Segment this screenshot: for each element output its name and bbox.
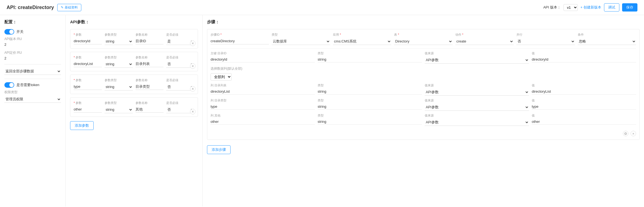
row-directoryList-value-value: directoryList: [532, 89, 636, 95]
step-header: 步骤ID * 类型 云数据库 应用 * cms:CMS系统 表 *: [211, 33, 636, 45]
param-alias-input-1[interactable]: [136, 38, 164, 44]
api-version-label: API版本:RU: [4, 37, 61, 41]
step-condition-field: 条件 忽略: [578, 33, 636, 45]
col-required-label-3: 是否必须: [166, 78, 194, 82]
add-param-button[interactable]: 添加参数: [70, 121, 94, 130]
divider: [4, 64, 61, 64]
param-type-select-2[interactable]: string: [105, 61, 133, 68]
steps-panel: 步骤： 步骤ID * 类型 云数据库 应用 * cms:CMS系统: [203, 15, 644, 206]
return-steps-select[interactable]: 返回全部步骤数据: [4, 68, 61, 75]
step-action-field: 动作 * create: [455, 33, 514, 45]
permission-item: 权限类型 管理员权限: [4, 90, 61, 103]
header: API: createDirectory ✎ 基础资料 API 版本： v1 +…: [0, 0, 644, 15]
add-step-button[interactable]: 添加步骤: [207, 145, 231, 154]
param-alias-input-2[interactable]: [136, 61, 164, 67]
create-version-link[interactable]: + 创建新版本: [580, 5, 601, 10]
param-alias-input-3[interactable]: [136, 83, 164, 90]
step-concurrent-field: 并行 否 是: [516, 33, 575, 45]
step-condition-label: 条件: [578, 33, 636, 37]
remove-param-2-button[interactable]: ×: [190, 63, 196, 69]
param-alias-input-4[interactable]: [136, 106, 164, 113]
divider2: [4, 79, 61, 79]
debug-button[interactable]: 调试: [604, 3, 619, 12]
step-settings-icon[interactable]: ⚙: [623, 131, 628, 136]
row-directoryList-source-label: 值来源: [425, 83, 529, 87]
remove-param-4-button[interactable]: ×: [190, 109, 196, 114]
remove-param-3-button[interactable]: ×: [190, 86, 196, 92]
step-type-select[interactable]: 云数据库: [272, 38, 330, 45]
param-field-name-2: * 参数: [74, 55, 102, 67]
step-main-key-field: 主键 目录ID directoryId: [211, 51, 315, 63]
col-param-label-4: * 参数: [74, 101, 102, 105]
step-table-select[interactable]: Directory: [394, 38, 452, 45]
col-type-label-1: 参数类型: [105, 33, 133, 37]
step-id-input[interactable]: [211, 38, 269, 44]
col-param-label-1: * 参数: [74, 33, 102, 37]
save-button[interactable]: 保存: [622, 3, 637, 12]
row-type-source-select[interactable]: API参数: [425, 104, 529, 111]
row-directoryList-type-field: 类型 string: [318, 83, 422, 95]
param-type-select-3[interactable]: string: [105, 83, 133, 90]
param-group-4: * 参数 参数类型 string 参数名称 是否必须 否: [70, 97, 198, 117]
step-condition-select[interactable]: 忽略: [578, 38, 636, 45]
main-source-select[interactable]: API参数: [425, 56, 529, 64]
param-field-type-3: 参数类型 string: [105, 78, 133, 90]
step-remove-icon[interactable]: ×: [631, 131, 636, 136]
query-rows-select[interactable]: 全部列: [211, 73, 232, 81]
step-type-field: 类型 云数据库: [272, 33, 330, 45]
main-key-label: 主键 目录ID: [211, 51, 315, 55]
param-row-4: * 参数 参数类型 string 参数名称 是否必须 否: [74, 101, 194, 113]
row-other-key-label: 列 其他: [211, 114, 315, 118]
param-field-type-2: 参数类型 string: [105, 55, 133, 68]
row-directoryList-source-select[interactable]: API参数: [425, 89, 529, 96]
param-type-select-4[interactable]: string: [105, 106, 133, 113]
version-select[interactable]: v1: [564, 4, 578, 11]
param-field-name-4: * 参数: [74, 101, 102, 113]
param-type-select-1[interactable]: string: [105, 38, 133, 45]
header-left: API: createDirectory ✎ 基础资料: [7, 4, 81, 11]
switch-label: 开关: [16, 29, 24, 34]
row-other-source-select[interactable]: API参数: [425, 119, 529, 126]
param-row-2: * 参数 参数类型 string 参数名称 是否必须 否: [74, 55, 194, 68]
col-alias-label-1: 参数名称: [136, 33, 164, 37]
row-other-source-field: 值来源 API参数: [425, 114, 529, 126]
step-main-type-field: 类型 string: [318, 51, 422, 63]
row-other-type-field: 类型 string: [318, 114, 422, 125]
basic-info-button[interactable]: ✎ 基础资料: [57, 4, 81, 11]
param-name-input-1[interactable]: [74, 38, 102, 44]
col-required-label-2: 是否必须: [166, 55, 194, 59]
edit-icon: ✎: [61, 5, 64, 9]
step-table-label: 表 *: [394, 33, 452, 37]
row-type-type-label: 类型: [318, 98, 422, 103]
param-field-type-4: 参数类型 string: [105, 101, 133, 113]
col-required-label-1: 是否必须: [166, 33, 194, 37]
row-directoryList-type-label: 类型: [318, 83, 422, 87]
permission-select[interactable]: 管理员权限: [4, 96, 61, 103]
step-concurrent-select[interactable]: 否 是: [516, 38, 575, 45]
col-type-label-4: 参数类型: [105, 101, 133, 105]
row-directoryList-key-label: 列 目录列表: [211, 83, 315, 87]
step-action-label: 动作 *: [455, 33, 514, 37]
token-toggle[interactable]: [4, 82, 14, 88]
step-action-select[interactable]: create: [455, 38, 514, 45]
step-app-select[interactable]: cms:CMS系统: [333, 38, 391, 45]
col-param-label-2: * 参数: [74, 55, 102, 59]
permission-label: 权限类型: [4, 90, 61, 95]
api-version-item: API版本:RU 2: [4, 37, 61, 47]
row-type-value-label: 值: [532, 98, 636, 103]
param-name-input-2[interactable]: [74, 61, 102, 67]
switch-row: 开关: [4, 29, 61, 35]
param-name-input-3[interactable]: [74, 83, 102, 90]
param-name-input-4[interactable]: [74, 106, 102, 113]
step-main-key-row: 主键 目录ID directoryId 类型 string 值来源 API参数: [211, 51, 636, 64]
param-row-3: * 参数 参数类型 string 参数名称 是否必须 否: [74, 78, 194, 90]
step-params: 主键 目录ID directoryId 类型 string 值来源 API参数: [211, 48, 636, 136]
switch-toggle[interactable]: [4, 29, 14, 35]
remove-param-1-button[interactable]: ×: [190, 41, 196, 46]
header-right: API 版本： v1 + 创建新版本 调试 保存: [543, 3, 637, 12]
step-app-label: 应用 *: [333, 33, 391, 37]
row-type-key-label: 列 目录类型: [211, 98, 315, 103]
row-directoryList-value-field: 值 directoryList: [532, 83, 636, 95]
row-type-value-field: 值 type: [532, 98, 636, 110]
api-price-value: 2: [4, 56, 61, 60]
